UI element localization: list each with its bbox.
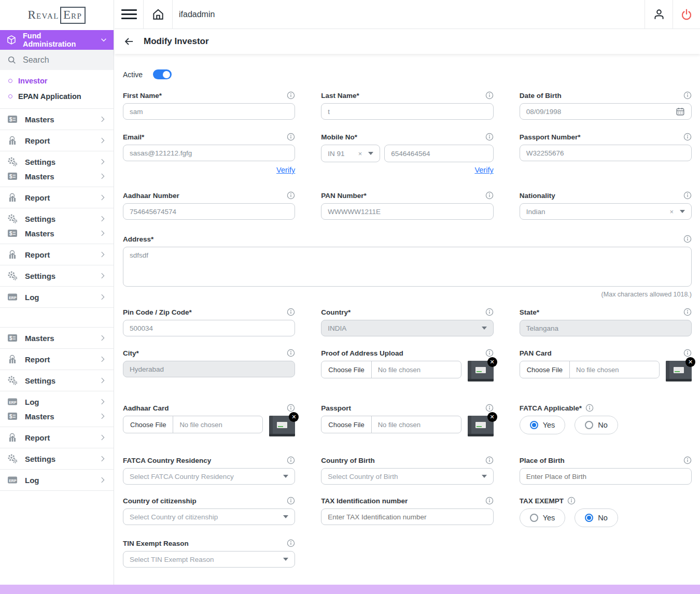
- sidebar-item-epan-application[interactable]: EPAN Application: [0, 89, 114, 104]
- profile-button[interactable]: [645, 0, 673, 29]
- info-icon[interactable]: [683, 133, 692, 141]
- info-icon[interactable]: [287, 404, 295, 412]
- tax-exempt-yes-radio[interactable]: Yes: [520, 508, 566, 527]
- menu-toggle-button[interactable]: [115, 0, 144, 29]
- fatca-no-radio[interactable]: No: [575, 416, 618, 434]
- info-icon[interactable]: [485, 404, 494, 412]
- pan-card-thumbnail[interactable]: ✕: [666, 361, 692, 381]
- info-icon[interactable]: [585, 404, 594, 412]
- fatca-yes-radio[interactable]: Yes: [520, 416, 566, 434]
- proof-of-address-thumbnail[interactable]: ✕: [468, 361, 494, 381]
- aadhaar-card-file-input[interactable]: Choose File No file chosen: [123, 416, 263, 433]
- sidebar-item-masters[interactable]: Masters: [7, 333, 106, 343]
- info-icon[interactable]: [485, 456, 494, 464]
- verify-mobile-link[interactable]: Verify: [474, 166, 493, 174]
- home-button[interactable]: [144, 0, 173, 29]
- info-icon[interactable]: [567, 497, 576, 505]
- field-city: City* Hyderabad: [123, 348, 295, 381]
- clear-icon[interactable]: ×: [356, 150, 365, 158]
- pan-number-input[interactable]: [321, 203, 493, 220]
- sidebar-item-settings[interactable]: Settings: [7, 214, 106, 224]
- tax-exempt-no-radio[interactable]: No: [575, 508, 618, 527]
- sidebar-item-report[interactable]: Report: [7, 432, 106, 443]
- sidebar-item-investor[interactable]: Investor: [0, 73, 114, 89]
- info-icon[interactable]: [683, 191, 692, 200]
- info-icon[interactable]: [485, 91, 494, 100]
- nationality-select[interactable]: Indian ×: [520, 203, 692, 220]
- info-icon[interactable]: [287, 456, 295, 464]
- active-toggle[interactable]: [153, 69, 172, 79]
- fatca-country-select[interactable]: Select FATCA Country Residency: [123, 468, 295, 485]
- chevron-right-icon: [99, 377, 106, 384]
- aadhaar-card-thumbnail[interactable]: ✕: [269, 416, 295, 436]
- tin-exempt-reason-select[interactable]: Select TIN Exempt Reason: [123, 551, 295, 568]
- info-icon[interactable]: [485, 133, 494, 141]
- sidebar-item-log[interactable]: Log: [7, 292, 106, 302]
- remove-file-icon[interactable]: ✕: [685, 357, 695, 367]
- sidebar-item-masters[interactable]: Masters: [7, 411, 106, 421]
- address-textarea[interactable]: sdfsdf: [123, 247, 692, 287]
- pincode-input[interactable]: [123, 320, 295, 336]
- dob-input[interactable]: 08/09/1998: [520, 103, 692, 120]
- mobile-number-input[interactable]: [384, 145, 493, 162]
- sidebar-item-masters[interactable]: Masters: [7, 228, 106, 238]
- sidebar-item-masters[interactable]: Masters: [7, 114, 106, 124]
- info-icon[interactable]: [683, 349, 692, 357]
- verify-email-link[interactable]: Verify: [276, 166, 295, 174]
- sidebar-item-settings[interactable]: Settings: [7, 454, 106, 464]
- place-of-birth-input[interactable]: [520, 468, 692, 485]
- choose-file-button[interactable]: Choose File: [321, 416, 371, 433]
- sidebar-item-settings[interactable]: Settings: [7, 157, 106, 167]
- sidebar-item-label: Masters: [25, 115, 92, 124]
- info-icon[interactable]: [485, 191, 494, 200]
- sidebar-item-report[interactable]: Report: [7, 249, 106, 260]
- choose-file-button[interactable]: Choose File: [321, 361, 371, 378]
- info-icon[interactable]: [683, 308, 692, 316]
- sidebar-search[interactable]: Search: [0, 50, 114, 70]
- info-icon[interactable]: [287, 308, 295, 316]
- clear-icon[interactable]: ×: [667, 208, 676, 216]
- sidebar-item-settings[interactable]: Settings: [7, 375, 106, 386]
- info-icon[interactable]: [683, 91, 692, 100]
- pan-card-file-input[interactable]: Choose File No file chosen: [520, 361, 660, 378]
- sidebar-item-report[interactable]: Report: [7, 135, 106, 146]
- sidebar-item-masters[interactable]: Masters: [7, 171, 106, 181]
- sidebar-item-log[interactable]: Log: [7, 397, 106, 407]
- back-arrow-icon[interactable]: [124, 36, 134, 47]
- info-icon[interactable]: [287, 91, 295, 100]
- remove-file-icon[interactable]: ✕: [289, 412, 299, 422]
- citizenship-select[interactable]: Select Country of citizenship: [123, 508, 295, 525]
- proof-of-address-file-input[interactable]: Choose File No file chosen: [321, 361, 461, 378]
- info-icon[interactable]: [287, 191, 295, 200]
- sidebar-item-report[interactable]: Report: [7, 354, 106, 364]
- logout-button[interactable]: [673, 0, 700, 29]
- remove-file-icon[interactable]: ✕: [487, 412, 497, 422]
- passport-file-input[interactable]: Choose File No file chosen: [321, 416, 461, 433]
- info-icon[interactable]: [683, 456, 692, 464]
- choose-file-button[interactable]: Choose File: [123, 416, 173, 433]
- aadhaar-number-input[interactable]: [123, 203, 295, 220]
- info-icon[interactable]: [287, 497, 295, 505]
- info-icon[interactable]: [287, 539, 295, 547]
- info-icon[interactable]: [485, 308, 494, 316]
- last-name-input[interactable]: [321, 103, 493, 120]
- tax-id-input[interactable]: [321, 508, 493, 525]
- choose-file-button[interactable]: Choose File: [520, 361, 570, 378]
- first-name-input[interactable]: [123, 103, 295, 120]
- sidebar-item-log[interactable]: Log: [7, 475, 106, 485]
- remove-file-icon[interactable]: ✕: [487, 357, 497, 367]
- passport-number-input[interactable]: [520, 145, 692, 161]
- email-input[interactable]: [123, 145, 295, 161]
- country-of-birth-select[interactable]: Select Country of Birth: [321, 468, 493, 485]
- sidebar-item-settings[interactable]: Settings: [7, 271, 106, 281]
- country-code-select[interactable]: IN 91 ×: [321, 145, 380, 162]
- info-icon[interactable]: [485, 497, 494, 505]
- calendar-icon[interactable]: [676, 107, 685, 116]
- info-icon[interactable]: [287, 133, 295, 141]
- passport-thumbnail[interactable]: ✕: [468, 416, 494, 436]
- sidebar-item-report[interactable]: Report: [7, 192, 106, 203]
- info-icon[interactable]: [683, 235, 692, 243]
- info-icon[interactable]: [287, 349, 295, 357]
- info-icon[interactable]: [485, 349, 494, 357]
- module-switcher[interactable]: Fund Administration: [0, 30, 114, 50]
